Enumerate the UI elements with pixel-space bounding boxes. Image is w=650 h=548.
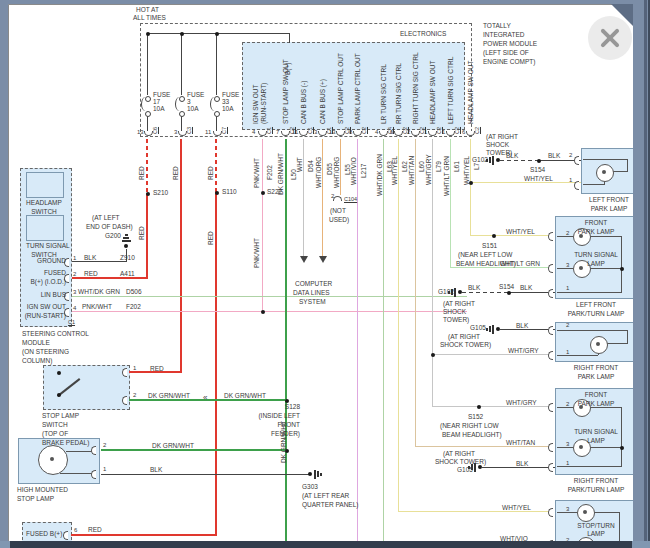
diagram-label: 2 [133, 392, 136, 399]
diagram-label: PARK LAMP CTRL OUT [354, 53, 361, 124]
diagram-label: RIGHT TURN SIG CTRL [412, 52, 419, 124]
ground-g102b [458, 290, 462, 294]
diagram-label: PNK/WHT [253, 158, 260, 188]
diagram-label: L217 [360, 164, 367, 178]
diagram-label: L60 [418, 161, 425, 172]
diagram-label: 2 [566, 401, 569, 408]
diagram-label: (NEAR RIGHT LOW [440, 422, 499, 429]
diagram-label: RIGHT FRONT [555, 364, 637, 371]
diagram-label: SWITCH [26, 208, 62, 215]
grn-v [285, 139, 287, 548]
diagram-label: ENGINE COMPT) [483, 58, 535, 65]
diagram-label: BLK [468, 284, 480, 291]
ground-g200 [124, 244, 128, 248]
diagram-label: S222 [267, 188, 282, 195]
window-border-right-shade [644, 0, 647, 548]
blk-g200-h [72, 261, 127, 262]
diagram-label: RED [207, 231, 214, 245]
diagram-label: (RUN-START) [22, 312, 66, 319]
diagram-label: BLK [84, 254, 96, 261]
ground-g102a-bar [492, 156, 494, 165]
diagram-label: WHT/YEL [506, 228, 535, 235]
diagram-label: SHOCK [443, 308, 466, 315]
connector-pin [548, 508, 553, 517]
diagram-label: GROUND [22, 257, 66, 264]
window-border-left [0, 0, 8, 548]
diagram-label: S110 [222, 188, 237, 195]
whtyel-l7-v [470, 139, 471, 183]
connector-pin [548, 326, 553, 335]
splice-s152 [477, 405, 481, 409]
diagram-label: BLK [520, 284, 532, 291]
diagram-label: C2 [361, 127, 368, 134]
diagram-label: 1 [442, 129, 445, 136]
diagram-label: LEFT FRONT [581, 196, 637, 203]
diagram-label: 1 [566, 460, 569, 467]
diagram-label: S128 [250, 403, 300, 410]
window-border-top [0, 0, 650, 4]
diagram-label: C7 [221, 127, 228, 134]
lampC-lead2 [627, 330, 628, 344]
diagram-label: 13 [329, 129, 336, 136]
lampD-lead3 [557, 447, 573, 448]
ground-g105a-bar [492, 325, 494, 334]
diagram-label: G105 [470, 324, 486, 331]
red1-a411 [72, 277, 148, 279]
diagram-label: HOT AT [136, 6, 159, 13]
diagram-label: B(+) (I.O.D.) [22, 278, 66, 285]
diagram-label: C2 [454, 127, 461, 134]
connector-pin [63, 531, 68, 540]
diagram-label: D506 [126, 288, 142, 295]
diagram-label: LAMP [555, 530, 637, 537]
close-button[interactable] [588, 16, 632, 60]
red2 [180, 139, 182, 373]
ground-g102a-bar [489, 157, 491, 163]
diagram-label: S151 [482, 242, 497, 249]
diagram-label: (AT RIGHT [443, 300, 475, 307]
horizontal-scrollbar-thumb[interactable] [10, 541, 632, 548]
diagram-label: RED [172, 166, 179, 180]
diagram-label: C1 [266, 127, 273, 134]
diagram-label: 3 [566, 441, 569, 448]
splice-s151 [492, 234, 496, 238]
whtyel-l62-h [398, 511, 553, 512]
red1 [146, 193, 148, 279]
diagram-label: SHOCK [486, 141, 509, 148]
bus [148, 33, 290, 34]
whtgry-h1 [432, 354, 553, 355]
lampE-lead2 [593, 512, 620, 513]
diagram-label: G102 [472, 156, 488, 163]
can-bus-arrow [319, 256, 327, 263]
diagram-label: (AT RIGHT [486, 133, 518, 140]
diagram-label: C1 [307, 127, 314, 134]
diagram-label: DK GRN/WHT [280, 421, 287, 463]
stop-turn-lamp-bulb-filament [583, 510, 587, 514]
diagram-label: BLK [516, 460, 528, 467]
diagram-label: STOP LAMP CTRL OUT [337, 53, 344, 124]
whtltgrn-v [450, 139, 451, 268]
ground-g200-bar [122, 240, 131, 242]
diagram-label: (AT LEFT REAR [302, 492, 349, 499]
high-mounted-stop-lamp-bulb-filament [50, 457, 54, 461]
red3-dashed [215, 139, 217, 192]
connector-pin [548, 232, 553, 241]
connector-pin [122, 368, 127, 377]
diagram-label: ELECTRONICS [400, 30, 446, 37]
diagram-label: WHT/LT GRN [443, 156, 450, 196]
fuse-terminal [179, 111, 185, 117]
diagram-label: (AT LEFT [92, 214, 120, 221]
fuse-terminal [145, 111, 151, 117]
diagram-label: INTEGRATED [483, 31, 524, 38]
lampC-lead1 [557, 330, 628, 331]
ground-g102b-bar [454, 288, 456, 297]
diagram-label: LEFT TURN SIG CTRL [447, 57, 454, 124]
ground-g303-bar [317, 471, 319, 477]
diagram-label: STOP/TURN [555, 522, 637, 529]
connector-pin [574, 156, 579, 165]
diagram-label: WHT/YEL [463, 156, 470, 185]
diagram-label: HEADLAMP [26, 199, 62, 206]
diagram-label: WHT/DK GRN [376, 154, 383, 196]
pnk-v [262, 139, 263, 312]
diagram-viewer-window: HOT ATALL TIMESFUSE1710AFUSE310AFUSE3310… [0, 0, 650, 548]
diagram-label: SWITCH [42, 421, 68, 428]
